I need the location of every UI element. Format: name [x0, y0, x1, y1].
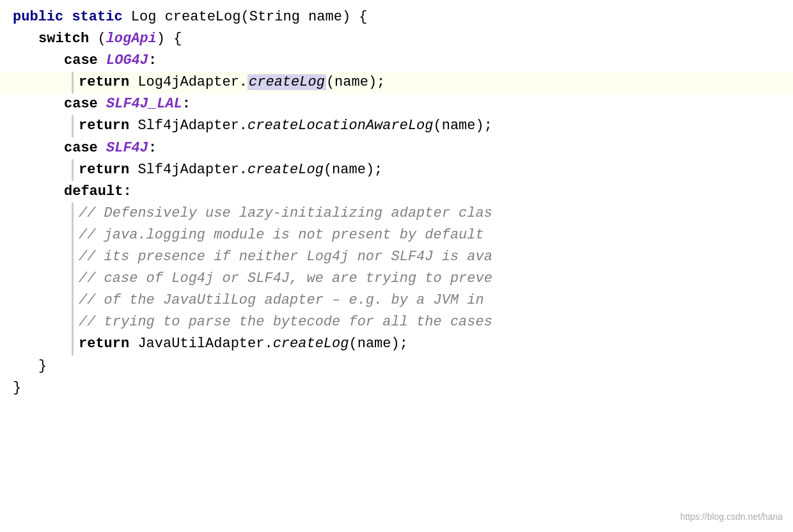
const-slf4j-lal: SLF4J_LAL	[106, 93, 182, 115]
comment-4: // case of Log4j or SLF4J, we are trying…	[79, 270, 492, 286]
keyword-static: static	[72, 6, 122, 28]
const-slf4j: SLF4J	[106, 137, 148, 159]
code-text: (name);	[434, 118, 492, 134]
code-line-7: case SLF4J:	[0, 137, 793, 159]
keyword-default: default:	[64, 181, 132, 203]
code-line-10: // Defensively use lazy-initializing ada…	[0, 203, 793, 224]
space	[98, 93, 106, 115]
closing-brace-switch: }	[38, 356, 47, 377]
code-line-11: // java.logging module is not present by…	[0, 224, 793, 246]
code-line-3: case LOG4J:	[0, 50, 793, 72]
code-line-16: return JavaUtilAdapter.createLog(name);	[0, 333, 793, 355]
comment-5: // of the JavaUtilLog adapter – e.g. by …	[79, 292, 492, 308]
method-createlog-highlighted: createLog	[247, 74, 326, 90]
keyword-case: case	[64, 50, 98, 72]
code-line-4: return Log4jAdapter.createLog(name);	[0, 72, 793, 93]
code-line-5: case SLF4J_LAL:	[0, 93, 793, 115]
keyword-return: return	[79, 74, 129, 90]
keyword-case: case	[64, 137, 98, 159]
closing-brace-method: }	[13, 377, 21, 399]
space	[98, 50, 106, 72]
code-text: Slf4jAdapter.	[129, 118, 247, 134]
code-text: ) {	[157, 28, 182, 50]
code-text: Slf4jAdapter.	[129, 162, 247, 178]
code-line-1: public static Log createLog(String name)…	[0, 6, 793, 28]
code-line-12: // its presence if neither Log4j nor SLF…	[0, 246, 793, 268]
colon: :	[148, 137, 157, 159]
keyword-return: return	[79, 118, 129, 134]
method-createlog-javautilutil: createLog	[273, 336, 349, 352]
method-createlog-slf4j: createLog	[247, 162, 324, 178]
comment-3: // its presence if neither Log4j nor SLF…	[79, 249, 492, 265]
watermark: https://blog.csdn.net/hana	[680, 510, 783, 524]
method-createlocationawarelog: createLocationAwareLog	[247, 118, 433, 134]
var-logapi: logApi	[106, 28, 157, 50]
space	[63, 6, 72, 28]
comment-6: // trying to parse the bytecode for all …	[79, 314, 492, 330]
space	[98, 137, 106, 159]
keyword-case: case	[64, 93, 98, 115]
keyword-switch: switch	[38, 28, 89, 50]
keyword-return: return	[79, 336, 129, 352]
code-line-6: return Slf4jAdapter.createLocationAwareL…	[0, 115, 793, 137]
code-line-18: }	[0, 377, 793, 399]
code-container: public static Log createLog(String name)…	[0, 0, 793, 532]
colon: :	[148, 50, 157, 72]
comment-2: // java.logging module is not present by…	[79, 227, 492, 243]
code-line-15: // trying to parse the bytecode for all …	[0, 311, 793, 333]
code-line-9: default:	[0, 181, 793, 203]
keyword-public: public	[13, 6, 63, 28]
code-line-14: // of the JavaUtilLog adapter – e.g. by …	[0, 290, 793, 311]
code-text: (name);	[324, 162, 382, 178]
keyword-return: return	[79, 162, 129, 178]
code-text: Log4jAdapter.	[129, 74, 247, 90]
code-text: Log createLog(String name) {	[123, 6, 368, 28]
code-line-17: }	[0, 356, 793, 377]
code-text: JavaUtilAdapter.	[129, 336, 272, 352]
code-text: (name);	[349, 336, 407, 352]
colon: :	[182, 93, 191, 115]
const-log4j: LOG4J	[106, 50, 148, 72]
comment-1: // Defensively use lazy-initializing ada…	[79, 205, 492, 221]
code-text: (	[89, 28, 106, 50]
code-text: (name);	[326, 74, 385, 90]
code-line-13: // case of Log4j or SLF4J, we are trying…	[0, 268, 793, 290]
code-line-2: switch (logApi) {	[0, 28, 793, 50]
code-line-8: return Slf4jAdapter.createLog(name);	[0, 159, 793, 181]
